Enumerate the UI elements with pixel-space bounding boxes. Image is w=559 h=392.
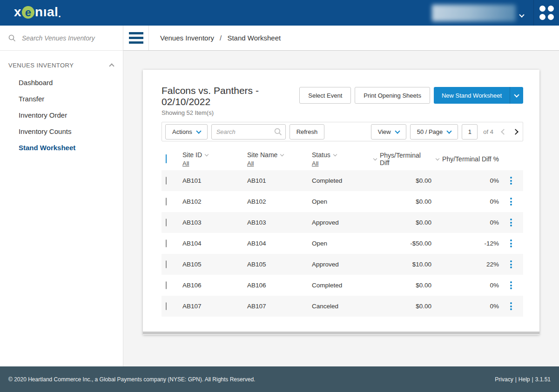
filter-all-site-id[interactable]: All	[182, 160, 189, 167]
row-actions-menu[interactable]	[508, 175, 514, 186]
apps-menu-button[interactable]	[533, 0, 559, 26]
new-stand-worksheet-label: New Stand Worksheet	[434, 87, 510, 104]
table-row[interactable]: AB104 AB104 Open -$50.00 -12%	[162, 233, 523, 254]
row-checkbox[interactable]	[166, 198, 167, 206]
cell-site-name: AB107	[247, 303, 312, 310]
table-row[interactable]: AB105 AB105 Approved $10.00 22%	[162, 254, 523, 275]
account-name-blurred[interactable]	[432, 5, 516, 21]
column-phys-terminal-diff[interactable]: Phys/Terminal Diff	[374, 152, 431, 166]
logo-text-rest: nıal	[35, 5, 58, 20]
cell-status: Completed	[312, 177, 374, 184]
view-label: View	[378, 128, 391, 135]
sidebar-item-dashboard[interactable]: Dashboard	[0, 74, 123, 91]
breadcrumb-parent[interactable]: Venues Inventory	[160, 34, 214, 42]
cell-diff: $0.00	[374, 219, 431, 226]
view-dropdown[interactable]: View	[371, 124, 406, 140]
privacy-link[interactable]: Privacy	[495, 376, 513, 383]
filter-all-status[interactable]: All	[312, 160, 318, 167]
next-page-button[interactable]	[512, 128, 519, 136]
breadcrumb: Venues Inventory / Stand Worksheet	[160, 34, 281, 42]
previous-page-button[interactable]	[500, 128, 508, 136]
cell-diff: $0.00	[374, 282, 431, 289]
footer-separator: |	[515, 376, 517, 383]
cell-site-id: AB103	[182, 219, 247, 226]
row-checkbox[interactable]	[166, 281, 167, 289]
cell-diff-pct: 0%	[431, 198, 499, 205]
column-label: Phys/Terminal Diff	[380, 152, 431, 166]
row-checkbox[interactable]	[166, 239, 167, 247]
cell-diff-pct: 0%	[431, 177, 499, 184]
row-actions-menu[interactable]	[508, 279, 514, 291]
xenial-logo: xenıal.	[14, 5, 61, 20]
row-actions-menu[interactable]	[508, 300, 514, 312]
table-row[interactable]: AB107 AB107 Canceled $0.00 0%	[162, 296, 523, 317]
cell-status: Open	[312, 198, 374, 205]
cell-site-name: AB106	[247, 282, 312, 289]
new-stand-worksheet-button[interactable]: New Stand Worksheet	[434, 87, 523, 104]
page-title: Falcons vs. Panthers - 02/10/2022	[162, 85, 299, 107]
chevron-down-icon	[514, 92, 519, 97]
cell-diff: $0.00	[374, 303, 431, 310]
page-total: of 4	[483, 128, 493, 135]
table-row[interactable]: AB103 AB103 Approved $0.00 0%	[162, 212, 523, 233]
copyright-text: © 2020 Heartland Commerce Inc., a Global…	[8, 376, 255, 383]
row-checkbox[interactable]	[166, 219, 167, 226]
help-link[interactable]: Help	[519, 376, 530, 383]
chevron-down-icon	[436, 156, 439, 160]
row-actions-menu[interactable]	[508, 238, 514, 249]
column-site-name[interactable]: Site Name All	[247, 151, 312, 167]
new-stand-worksheet-dropdown[interactable]	[510, 87, 523, 104]
table-body: AB101 AB101 Completed $0.00 0% AB102 AB1…	[162, 170, 523, 317]
sidebar-item-inventory-counts[interactable]: Inventory Counts	[0, 123, 123, 140]
cell-diff-pct: 0%	[431, 303, 499, 310]
sidebar-section-header[interactable]: VENUES INVENTORY	[0, 51, 123, 74]
print-opening-sheets-button[interactable]: Print Opening Sheets	[355, 87, 430, 104]
chevron-down-icon	[280, 152, 284, 156]
cell-site-id: AB107	[182, 303, 247, 310]
row-actions-menu[interactable]	[508, 259, 514, 270]
row-checkbox[interactable]	[166, 177, 167, 185]
cell-diff: $0.00	[374, 198, 431, 205]
chevron-down-icon	[196, 128, 201, 133]
item-count: Showing 52 Item(s)	[162, 109, 299, 116]
row-checkbox[interactable]	[166, 260, 167, 268]
chevron-right-icon	[512, 129, 519, 135]
row-checkbox[interactable]	[166, 302, 167, 310]
chevron-left-icon	[501, 129, 507, 135]
row-actions-menu[interactable]	[508, 217, 514, 228]
cell-diff: $10.00	[374, 261, 431, 268]
sidebar-search-input[interactable]	[22, 34, 114, 42]
sidebar-item-inventory-order[interactable]: Inventory Order	[0, 107, 123, 123]
apps-grid-icon	[539, 6, 554, 20]
horizontal-scrollbar[interactable]	[143, 332, 539, 334]
table-search	[211, 124, 286, 140]
row-actions-menu[interactable]	[508, 196, 514, 207]
sidebar-item-transfer[interactable]: Transfer	[0, 91, 123, 107]
column-phy-terminal-diff-pct[interactable]: Phy/Terminal Diff %	[431, 155, 499, 163]
chevron-up-icon	[109, 63, 114, 68]
account-dropdown[interactable]	[520, 10, 524, 19]
refresh-button[interactable]: Refresh	[290, 124, 325, 140]
page-size-dropdown[interactable]: 50 / Page	[410, 124, 458, 140]
column-label: Site Name	[247, 151, 277, 159]
cell-site-id: AB102	[182, 198, 247, 205]
filter-all-site-name[interactable]: All	[247, 160, 254, 167]
cell-status: Approved	[312, 219, 374, 226]
table-row[interactable]: AB106 AB106 Completed $0.00 0%	[162, 275, 523, 296]
sidebar-item-stand-worksheet[interactable]: Stand Worksheet	[0, 140, 123, 156]
column-site-id[interactable]: Site ID All	[182, 151, 247, 167]
select-all-checkbox[interactable]	[166, 154, 167, 163]
chevron-down-icon	[395, 128, 400, 133]
table-row[interactable]: AB102 AB102 Open $0.00 0%	[162, 191, 523, 212]
cell-site-id: AB105	[182, 261, 247, 268]
table-row[interactable]: AB101 AB101 Completed $0.00 0%	[162, 170, 523, 191]
cell-site-name: AB105	[247, 261, 312, 268]
actions-dropdown[interactable]: Actions	[165, 124, 208, 140]
logo-dot: .	[58, 9, 61, 20]
menu-toggle-button[interactable]	[123, 26, 149, 50]
column-label: Status	[312, 151, 330, 159]
search-icon	[8, 34, 16, 42]
page-number-input[interactable]	[462, 124, 478, 140]
select-event-button[interactable]: Select Event	[299, 87, 351, 104]
column-status[interactable]: Status All	[312, 151, 374, 167]
